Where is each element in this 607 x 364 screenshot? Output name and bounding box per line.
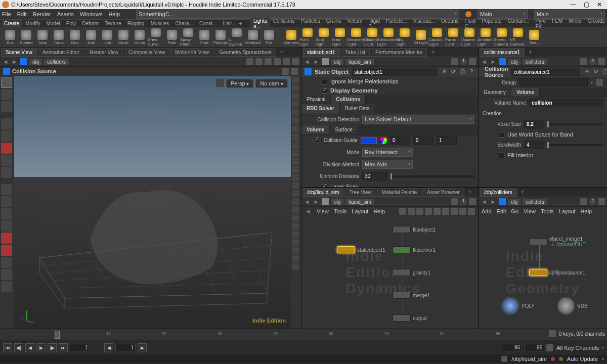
node-merge[interactable] [393, 292, 411, 299]
shelf-tab[interactable]: Chara... [172, 20, 196, 27]
node-poly[interactable] [501, 297, 519, 315]
node-back[interactable]: ◄ [305, 208, 312, 214]
tool-scale[interactable] [1, 208, 12, 219]
shelf-sphere[interactable]: Sphere [18, 28, 34, 47]
tab-matpalette[interactable]: Material Palette [377, 188, 421, 197]
vrt[interactable] [292, 166, 299, 173]
node-staticobject[interactable] [337, 246, 355, 253]
vrt[interactable] [292, 109, 299, 116]
shelf-tab[interactable]: Model [43, 20, 63, 27]
shelf-stereocam[interactable]: Stereo Camera [494, 28, 510, 47]
vrt[interactable] [292, 133, 299, 141]
node-vdb[interactable] [557, 297, 575, 315]
band-field[interactable] [524, 141, 544, 149]
path-icon[interactable] [292, 58, 299, 65]
tab-plus[interactable]: + [518, 189, 528, 196]
tool-other[interactable] [1, 257, 12, 268]
tab-anim-editor[interactable]: Animation Editor [38, 48, 84, 57]
vrt[interactable] [292, 239, 299, 246]
help-icon[interactable]: ? [468, 68, 475, 75]
info-icon[interactable]: ⓘ [601, 68, 607, 75]
shelf-grid[interactable]: Grid [67, 28, 83, 47]
tool-lock[interactable] [1, 130, 12, 142]
recook-icon[interactable]: ⟳ [592, 68, 599, 75]
tab-plus[interactable]: + [465, 189, 475, 196]
vrt[interactable] [292, 255, 299, 262]
path-colliders[interactable]: colliders [523, 59, 547, 65]
shelf-camera[interactable]: Camera [283, 28, 299, 47]
vrt[interactable] [292, 222, 299, 230]
pane-menu[interactable] [598, 58, 605, 65]
tab-rbd[interactable]: RBD Solver [301, 104, 340, 113]
shelf-lsystem[interactable]: L-System [229, 28, 245, 47]
unif-field[interactable] [362, 172, 387, 180]
shelf-tab[interactable]: Const... [196, 20, 220, 27]
node-menu-add[interactable]: Add [482, 208, 492, 214]
path-liquidsim[interactable]: liquid_sim [345, 59, 374, 65]
path-back[interactable]: ◄ [304, 59, 311, 65]
vrt[interactable] [292, 150, 299, 157]
vrt[interactable] [292, 142, 299, 149]
node-canvas-dynamics[interactable]: Indie Edition Dynamics flipobject1 stati… [301, 216, 478, 329]
close-button[interactable]: ✕ [596, 1, 603, 8]
path-colliders[interactable]: colliders [44, 59, 69, 65]
shelf-platonic[interactable]: Platonic [212, 28, 229, 47]
tab-bullet[interactable]: Bullet Data [340, 104, 375, 113]
shelf-null[interactable]: Null [83, 28, 99, 47]
shelf-arealight[interactable]: Area Light [332, 28, 348, 47]
tab-assetbrowser[interactable]: Asset Browser [422, 188, 464, 197]
mode-dropdown[interactable]: Ray Intersect▾ [362, 148, 413, 157]
shelf-tab[interactable]: Muscles [148, 20, 172, 27]
color-picker-icon[interactable] [380, 137, 387, 144]
shelf-torus[interactable]: Torus [51, 28, 67, 47]
tool-snap[interactable] [1, 233, 12, 244]
vrt[interactable] [292, 101, 299, 108]
step-fwd[interactable]: |▶ [48, 343, 57, 352]
group-menu[interactable]: ▾ [591, 80, 593, 85]
tl-icon[interactable] [549, 330, 556, 337]
help-icon[interactable] [291, 68, 298, 75]
tab-surface[interactable]: Surface [330, 125, 358, 134]
node-tool[interactable] [416, 208, 423, 215]
link-badge[interactable]: 2 [589, 58, 596, 65]
shelf-tab[interactable]: Poly [63, 20, 79, 27]
shelf-spray[interactable]: Spray Paint [180, 28, 196, 47]
link-badge[interactable]: 2 [589, 198, 596, 205]
node-canvas-geometry[interactable]: Indie Edition Geometry object_merge1../.… [479, 216, 607, 329]
vrt[interactable] [292, 206, 299, 213]
tab-volume[interactable]: Volume [511, 88, 540, 97]
shelf-tab[interactable]: Deform [79, 20, 102, 27]
persp-button[interactable]: Persp ▾ [226, 79, 254, 88]
path-obj[interactable]: obj [331, 199, 343, 205]
status-icon[interactable] [501, 356, 507, 362]
pane-menu-icon[interactable] [469, 58, 476, 65]
path-fwd[interactable]: ► [11, 59, 18, 65]
shelf-tab[interactable]: Wires [566, 18, 585, 30]
node-menu-tools[interactable]: Tools [334, 208, 347, 214]
shelf-line[interactable]: Line [99, 28, 115, 47]
range-start-lock[interactable]: ◀ [104, 343, 113, 352]
shelf-circle[interactable]: Circle [115, 28, 132, 47]
vp-header-icon[interactable] [282, 68, 289, 75]
vrt[interactable] [292, 263, 299, 270]
vrt[interactable] [292, 85, 299, 92]
voxel-field[interactable] [524, 120, 544, 128]
tool-point[interactable] [1, 155, 12, 166]
vrt[interactable] [292, 198, 299, 205]
display-geo-checkbox[interactable] [322, 88, 327, 94]
link-badge[interactable]: 1 [460, 198, 467, 205]
tab-render-view[interactable]: Render View [85, 48, 123, 57]
tab-motionfx[interactable]: MotionFX View [170, 48, 213, 57]
tab-liquidsim[interactable]: /obj/liquid_sim [302, 188, 343, 197]
menu-edit[interactable]: Edit [17, 11, 27, 17]
tool-edge[interactable] [1, 167, 12, 178]
step-back[interactable]: ◀| [14, 343, 23, 352]
vrt[interactable] [292, 93, 299, 100]
node-tool[interactable] [425, 208, 432, 215]
ignore-merge-checkbox[interactable] [322, 79, 327, 84]
timeline-ruler[interactable]: 1 12 24 36 48 60 72 84 96 0 keys, 0/0 ch… [0, 329, 607, 340]
shelf-envlight[interactable]: Environment Light [380, 28, 397, 47]
gear-icon[interactable]: ✳ [441, 68, 448, 75]
node-tool[interactable] [459, 208, 466, 215]
recook-icon[interactable]: ⟳ [450, 68, 457, 75]
